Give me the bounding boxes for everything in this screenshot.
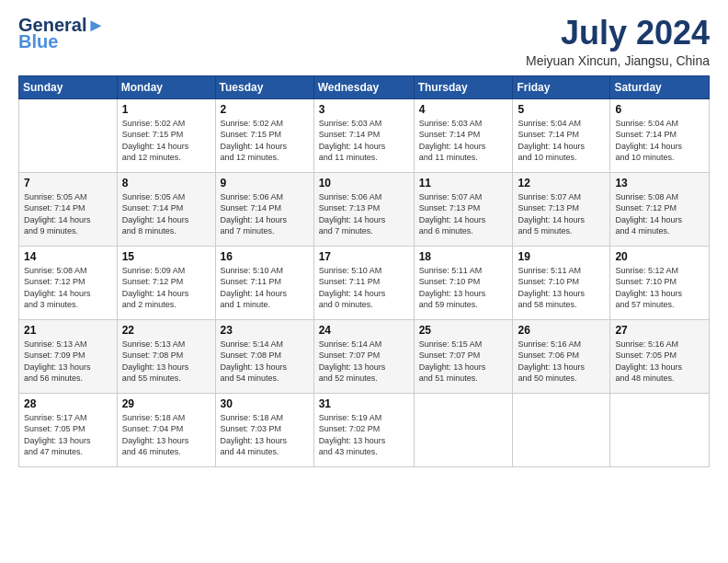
logo: General► Blue: [18, 15, 105, 52]
day-info: Sunrise: 5:06 AMSunset: 7:14 PMDaylight:…: [221, 191, 309, 237]
day-number: 17: [319, 250, 409, 263]
calendar-header-thursday: Thursday: [414, 75, 513, 98]
calendar-cell: 8Sunrise: 5:05 AMSunset: 7:14 PMDaylight…: [117, 172, 215, 246]
day-number: 25: [419, 324, 508, 337]
day-info: Sunrise: 5:16 AMSunset: 7:06 PMDaylight:…: [518, 339, 605, 385]
header: General► Blue July 2024 Meiyuan Xincun, …: [18, 15, 710, 68]
calendar-header-row: SundayMondayTuesdayWednesdayThursdayFrid…: [19, 75, 710, 98]
day-info: Sunrise: 5:03 AMSunset: 7:14 PMDaylight:…: [319, 118, 409, 164]
calendar-cell: [610, 393, 710, 466]
day-number: 3: [319, 103, 409, 116]
day-number: 2: [221, 103, 309, 116]
day-number: 14: [24, 250, 112, 263]
day-info: Sunrise: 5:14 AMSunset: 7:07 PMDaylight:…: [319, 339, 409, 385]
day-info: Sunrise: 5:05 AMSunset: 7:14 PMDaylight:…: [24, 191, 112, 237]
calendar-cell: 30Sunrise: 5:18 AMSunset: 7:03 PMDayligh…: [215, 393, 313, 466]
calendar-cell: 9Sunrise: 5:06 AMSunset: 7:14 PMDaylight…: [215, 172, 313, 246]
calendar-cell: 22Sunrise: 5:13 AMSunset: 7:08 PMDayligh…: [117, 319, 215, 393]
day-info: Sunrise: 5:06 AMSunset: 7:13 PMDaylight:…: [319, 191, 409, 237]
calendar-cell: 24Sunrise: 5:14 AMSunset: 7:07 PMDayligh…: [313, 319, 414, 393]
day-info: Sunrise: 5:11 AMSunset: 7:10 PMDaylight:…: [419, 265, 508, 311]
calendar-cell: 13Sunrise: 5:08 AMSunset: 7:12 PMDayligh…: [610, 172, 710, 246]
calendar-week-1: 1Sunrise: 5:02 AMSunset: 7:15 PMDaylight…: [19, 98, 710, 172]
day-info: Sunrise: 5:12 AMSunset: 7:10 PMDaylight:…: [615, 265, 704, 311]
day-info: Sunrise: 5:10 AMSunset: 7:11 PMDaylight:…: [221, 265, 309, 311]
day-number: 4: [419, 103, 508, 116]
day-number: 22: [122, 324, 210, 337]
calendar-cell: 11Sunrise: 5:07 AMSunset: 7:13 PMDayligh…: [414, 172, 513, 246]
calendar-cell: 7Sunrise: 5:05 AMSunset: 7:14 PMDaylight…: [19, 172, 118, 246]
day-info: Sunrise: 5:13 AMSunset: 7:08 PMDaylight:…: [122, 339, 210, 385]
day-number: 30: [221, 397, 309, 410]
calendar-cell: 17Sunrise: 5:10 AMSunset: 7:11 PMDayligh…: [313, 246, 414, 319]
calendar-header-saturday: Saturday: [610, 75, 710, 98]
main-title: July 2024: [526, 15, 710, 52]
day-info: Sunrise: 5:18 AMSunset: 7:04 PMDaylight:…: [122, 412, 210, 458]
day-number: 11: [419, 177, 508, 190]
calendar-cell: 3Sunrise: 5:03 AMSunset: 7:14 PMDaylight…: [313, 98, 414, 172]
calendar-week-3: 14Sunrise: 5:08 AMSunset: 7:12 PMDayligh…: [19, 246, 710, 319]
day-number: 28: [24, 397, 112, 410]
day-number: 19: [518, 250, 605, 263]
day-number: 12: [518, 177, 605, 190]
day-info: Sunrise: 5:08 AMSunset: 7:12 PMDaylight:…: [24, 265, 112, 311]
day-number: 9: [221, 177, 309, 190]
day-info: Sunrise: 5:14 AMSunset: 7:08 PMDaylight:…: [221, 339, 309, 385]
day-info: Sunrise: 5:05 AMSunset: 7:14 PMDaylight:…: [122, 191, 210, 237]
calendar-cell: 21Sunrise: 5:13 AMSunset: 7:09 PMDayligh…: [19, 319, 118, 393]
calendar-cell: 12Sunrise: 5:07 AMSunset: 7:13 PMDayligh…: [513, 172, 610, 246]
day-info: Sunrise: 5:17 AMSunset: 7:05 PMDaylight:…: [24, 412, 112, 458]
calendar-cell: 31Sunrise: 5:19 AMSunset: 7:02 PMDayligh…: [313, 393, 414, 466]
day-number: 20: [615, 250, 704, 263]
calendar-cell: 10Sunrise: 5:06 AMSunset: 7:13 PMDayligh…: [313, 172, 414, 246]
calendar-cell: 4Sunrise: 5:03 AMSunset: 7:14 PMDaylight…: [414, 98, 513, 172]
calendar-table: SundayMondayTuesdayWednesdayThursdayFrid…: [18, 75, 710, 467]
calendar-cell: 2Sunrise: 5:02 AMSunset: 7:15 PMDaylight…: [215, 98, 313, 172]
day-info: Sunrise: 5:03 AMSunset: 7:14 PMDaylight:…: [419, 118, 508, 164]
day-info: Sunrise: 5:10 AMSunset: 7:11 PMDaylight:…: [319, 265, 409, 311]
day-number: 13: [615, 177, 704, 190]
calendar-cell: 15Sunrise: 5:09 AMSunset: 7:12 PMDayligh…: [117, 246, 215, 319]
calendar-cell: 14Sunrise: 5:08 AMSunset: 7:12 PMDayligh…: [19, 246, 118, 319]
day-number: 1: [122, 103, 210, 116]
day-info: Sunrise: 5:09 AMSunset: 7:12 PMDaylight:…: [122, 265, 210, 311]
day-number: 16: [221, 250, 309, 263]
day-info: Sunrise: 5:13 AMSunset: 7:09 PMDaylight:…: [24, 339, 112, 385]
day-info: Sunrise: 5:07 AMSunset: 7:13 PMDaylight:…: [419, 191, 508, 237]
calendar-cell: [414, 393, 513, 466]
day-number: 5: [518, 103, 605, 116]
day-number: 8: [122, 177, 210, 190]
calendar-week-4: 21Sunrise: 5:13 AMSunset: 7:09 PMDayligh…: [19, 319, 710, 393]
calendar-cell: 29Sunrise: 5:18 AMSunset: 7:04 PMDayligh…: [117, 393, 215, 466]
calendar-cell: 27Sunrise: 5:16 AMSunset: 7:05 PMDayligh…: [610, 319, 710, 393]
calendar-cell: 5Sunrise: 5:04 AMSunset: 7:14 PMDaylight…: [513, 98, 610, 172]
day-info: Sunrise: 5:08 AMSunset: 7:12 PMDaylight:…: [615, 191, 704, 237]
calendar-cell: 19Sunrise: 5:11 AMSunset: 7:10 PMDayligh…: [513, 246, 610, 319]
day-info: Sunrise: 5:07 AMSunset: 7:13 PMDaylight:…: [518, 191, 605, 237]
day-info: Sunrise: 5:02 AMSunset: 7:15 PMDaylight:…: [221, 118, 309, 164]
calendar-cell: 20Sunrise: 5:12 AMSunset: 7:10 PMDayligh…: [610, 246, 710, 319]
day-number: 18: [419, 250, 508, 263]
day-info: Sunrise: 5:04 AMSunset: 7:14 PMDaylight:…: [615, 118, 704, 164]
calendar-cell: 23Sunrise: 5:14 AMSunset: 7:08 PMDayligh…: [215, 319, 313, 393]
day-number: 15: [122, 250, 210, 263]
calendar-header-tuesday: Tuesday: [215, 75, 313, 98]
day-info: Sunrise: 5:15 AMSunset: 7:07 PMDaylight:…: [419, 339, 508, 385]
calendar-week-5: 28Sunrise: 5:17 AMSunset: 7:05 PMDayligh…: [19, 393, 710, 466]
calendar-cell: 16Sunrise: 5:10 AMSunset: 7:11 PMDayligh…: [215, 246, 313, 319]
calendar-cell: 18Sunrise: 5:11 AMSunset: 7:10 PMDayligh…: [414, 246, 513, 319]
day-info: Sunrise: 5:18 AMSunset: 7:03 PMDaylight:…: [221, 412, 309, 458]
day-number: 31: [319, 397, 409, 410]
calendar-cell: 28Sunrise: 5:17 AMSunset: 7:05 PMDayligh…: [19, 393, 118, 466]
day-number: 23: [221, 324, 309, 337]
calendar-cell: 6Sunrise: 5:04 AMSunset: 7:14 PMDaylight…: [610, 98, 710, 172]
day-number: 29: [122, 397, 210, 410]
day-number: 27: [615, 324, 704, 337]
day-number: 10: [319, 177, 409, 190]
day-number: 7: [24, 177, 112, 190]
subtitle: Meiyuan Xincun, Jiangsu, China: [526, 53, 710, 68]
calendar-week-2: 7Sunrise: 5:05 AMSunset: 7:14 PMDaylight…: [19, 172, 710, 246]
day-info: Sunrise: 5:04 AMSunset: 7:14 PMDaylight:…: [518, 118, 605, 164]
day-info: Sunrise: 5:19 AMSunset: 7:02 PMDaylight:…: [319, 412, 409, 458]
calendar-cell: 1Sunrise: 5:02 AMSunset: 7:15 PMDaylight…: [117, 98, 215, 172]
